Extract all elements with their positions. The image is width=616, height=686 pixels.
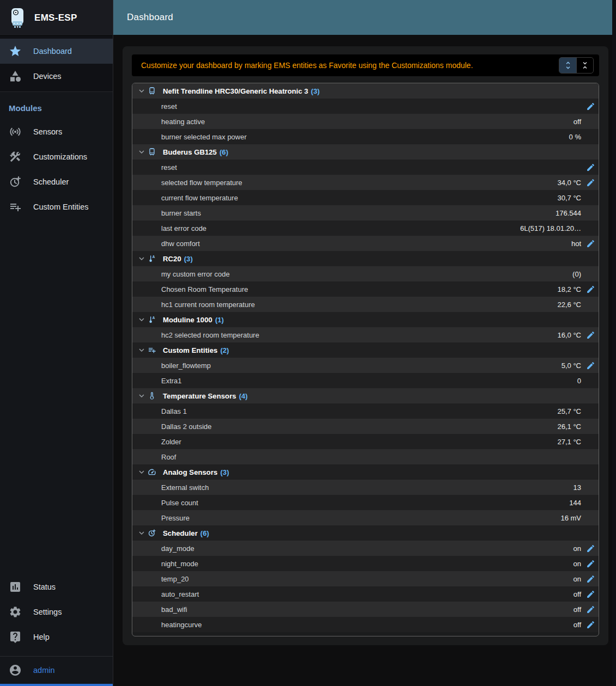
group-count: (3): [311, 87, 320, 95]
group-row[interactable]: ARC20(3): [132, 251, 599, 266]
sidebar-item-admin[interactable]: admin: [0, 657, 113, 684]
edit-icon[interactable]: [586, 559, 595, 568]
collapse-all-button[interactable]: [576, 58, 593, 73]
svg-text:A: A: [153, 255, 155, 259]
group-count: (1): [215, 316, 224, 324]
edit-icon[interactable]: [586, 544, 595, 553]
edit-icon[interactable]: [586, 605, 595, 614]
chevron-down-icon[interactable]: [137, 391, 148, 401]
entity-label: reset: [161, 102, 177, 111]
edit-icon[interactable]: [586, 102, 595, 111]
group-row[interactable]: Temperature Sensors(4): [132, 388, 599, 403]
entity-label: burner selected max power: [161, 133, 247, 141]
unfold-less-icon: [580, 60, 590, 70]
entity-value: on: [574, 544, 581, 553]
entity-value: 176.544: [556, 209, 581, 217]
main-nav: Dashboard Devices: [0, 36, 113, 92]
clock-plus-icon: [9, 175, 22, 188]
sidebar: EMS-ESP Dashboard Devices Modules Sensor…: [0, 0, 113, 686]
entity-label: bad_wifi: [161, 605, 187, 614]
entity-value: 27,1 °C: [557, 438, 581, 446]
chevron-down-icon[interactable]: [137, 345, 148, 355]
entity-value: 22,6 °C: [557, 301, 581, 309]
sidebar-item-customizations[interactable]: Customizations: [0, 144, 113, 169]
thermostat-auto-icon: A: [148, 254, 160, 263]
group-row[interactable]: Scheduler(6): [132, 525, 599, 541]
entity-value: 5,0 °C: [562, 362, 581, 370]
entity-value: 26,1 °C: [557, 422, 581, 431]
main: Customize your dashboard by marking EMS …: [113, 35, 612, 686]
chevron-down-icon[interactable]: [137, 467, 148, 477]
entity-row: burner starts176.544: [132, 205, 599, 220]
edit-icon[interactable]: [586, 620, 595, 629]
entity-row: burner selected max power0 %: [132, 129, 599, 144]
bar-chart-icon: [9, 580, 22, 593]
modules-section-header: Modules: [0, 92, 113, 119]
entity-value: 16 mV: [560, 514, 581, 522]
sidebar-item-devices[interactable]: Devices: [0, 64, 113, 89]
entity-row: boiler_flowtemp5,0 °C: [132, 358, 599, 373]
group-row[interactable]: Buderus GB125(6): [132, 144, 599, 160]
entity-row: current flow temperature30,7 °C: [132, 190, 599, 205]
gear-icon: [9, 605, 22, 618]
sidebar-item-scheduler[interactable]: Scheduler: [0, 169, 113, 194]
dashboard-panel: Customize your dashboard by marking EMS …: [123, 46, 608, 645]
edit-icon[interactable]: [586, 574, 595, 584]
sidebar-item-dashboard[interactable]: Dashboard: [0, 39, 113, 64]
chevron-down-icon[interactable]: [137, 315, 148, 324]
sidebar-item-label: Help: [33, 633, 50, 641]
sensors-icon: [9, 125, 22, 138]
entity-row: bad_wifioff: [132, 602, 599, 617]
edit-icon[interactable]: [586, 330, 595, 340]
edit-icon[interactable]: [586, 285, 595, 294]
chevron-down-icon[interactable]: [137, 528, 148, 538]
entity-row: Pulse count144: [132, 495, 599, 510]
entity-label: selected flow temperature: [161, 179, 242, 187]
sidebar-item-custom-entities[interactable]: Custom Entities: [0, 194, 113, 219]
group-name: Scheduler: [163, 529, 198, 537]
entity-label: auto_restart: [161, 590, 199, 598]
entity-value: 144: [569, 499, 581, 507]
clock-plus-icon: [148, 529, 160, 537]
entity-label: Extra1: [161, 377, 182, 385]
group-count: (6): [200, 529, 209, 537]
entity-row: Extra10: [132, 373, 599, 388]
sidebar-item-sensors[interactable]: Sensors: [0, 119, 113, 144]
edit-icon[interactable]: [586, 361, 595, 370]
entity-row: Dallas 2 outside26,1 °C: [132, 419, 599, 434]
edit-icon[interactable]: [586, 178, 595, 187]
entity-row: hc2 selected room temperature16,0 °C: [132, 327, 599, 342]
content-area: Dashboard Customize your dashboard by ma…: [113, 0, 612, 686]
chevron-down-icon[interactable]: [137, 86, 148, 96]
entity-row: night_modeon: [132, 556, 599, 571]
chevron-down-icon[interactable]: [137, 147, 148, 157]
entity-label: Chosen Room Temperature: [161, 285, 248, 293]
entity-row: heatingcurveoff: [132, 617, 599, 632]
dashboard-table: Nefit Trendline HRC30/Generic Heatronic …: [132, 83, 599, 636]
entity-row: Roof: [132, 449, 599, 464]
group-row[interactable]: Analog Sensors(3): [132, 464, 599, 480]
page-scrollbar[interactable]: [612, 0, 616, 686]
entity-label: Zolder: [161, 438, 181, 446]
group-name: Temperature Sensors: [163, 392, 236, 400]
entity-row: selected flow temperature34,0 °C: [132, 175, 599, 190]
expand-all-button[interactable]: [559, 58, 576, 73]
entity-row: auto_restartoff: [132, 586, 599, 602]
entity-label: External switch: [161, 483, 209, 492]
edit-icon[interactable]: [586, 239, 595, 248]
edit-icon[interactable]: [586, 590, 595, 599]
appbar: Dashboard: [113, 0, 612, 35]
group-row[interactable]: Nefit Trendline HRC30/Generic Heatronic …: [132, 83, 599, 99]
group-row[interactable]: Custom Entities(2): [132, 342, 599, 358]
group-name: Moduline 1000: [163, 316, 212, 324]
entity-row: reset: [132, 99, 599, 114]
group-row[interactable]: AModuline 1000(1): [132, 312, 599, 327]
entity-value: hot: [571, 240, 581, 248]
sidebar-item-status[interactable]: Status: [0, 574, 113, 599]
edit-icon[interactable]: [586, 163, 595, 172]
chevron-down-icon[interactable]: [137, 254, 148, 264]
entity-value: 25,7 °C: [557, 407, 581, 415]
sidebar-item-help[interactable]: Help: [0, 624, 113, 650]
sidebar-item-settings[interactable]: Settings: [0, 599, 113, 624]
entity-row: my custom error code(0): [132, 266, 599, 281]
